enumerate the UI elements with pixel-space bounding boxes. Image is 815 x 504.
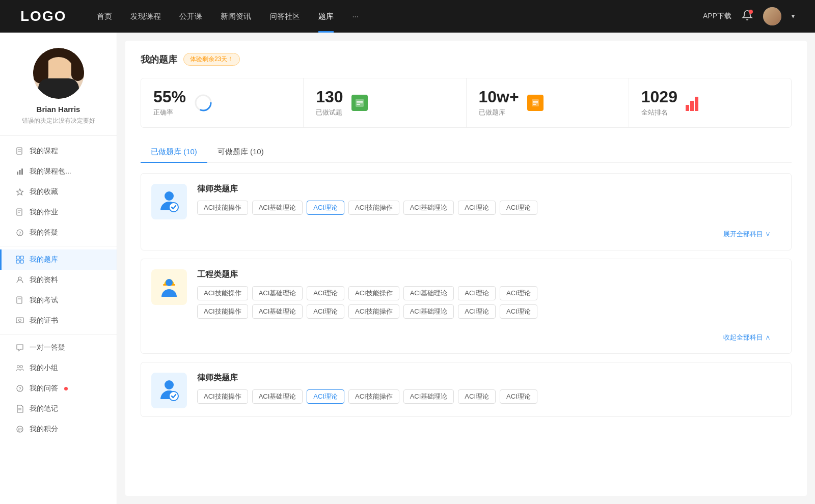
tab-available[interactable]: 可做题库 (10) (207, 142, 274, 163)
tag[interactable]: ACI理论 (500, 201, 537, 215)
done-banks-value: 10w+ (479, 89, 519, 105)
bell-button[interactable] (742, 10, 753, 23)
nav-home[interactable]: 首页 (97, 12, 112, 21)
tag[interactable]: ACI基础理论 (252, 286, 303, 300)
nav-qa[interactable]: 问答社区 (269, 12, 300, 21)
rank-chart-icon (686, 95, 702, 111)
answer-notification-dot (64, 387, 68, 390)
qbank-lawyer-1-tags: ACI技能操作 ACI基础理论 ACI理论 ACI技能操作 ACI基础理论 AC… (197, 201, 781, 215)
tag-selected[interactable]: ACI理论 (307, 201, 344, 215)
svg-rect-4 (19, 170, 21, 175)
svg-point-39 (165, 191, 174, 201)
qbank-lawyer-2: 律师类题库 ACI技能操作 ACI基础理论 ACI理论 ACI技能操作 ACI基… (141, 362, 792, 417)
navbar: LOGO 首页 发现课程 公开课 新闻资讯 问答社区 题库 ··· APP下载 … (0, 0, 815, 33)
user-avatar[interactable] (763, 7, 781, 25)
qbank-engineer-title: 工程类题库 (197, 269, 781, 280)
orange-book-icon (527, 95, 544, 111)
sidebar-item-my-collection[interactable]: 我的收藏 (0, 182, 117, 202)
done-banks-label: 已做题库 (479, 108, 519, 117)
svg-rect-14 (16, 260, 19, 263)
navbar-right: APP下载 ▾ (703, 7, 795, 25)
sidebar-item-my-exam[interactable]: 我的考试 (0, 290, 117, 311)
tag[interactable]: ACI基础理论 (252, 389, 303, 404)
tag[interactable]: ACI基础理论 (403, 389, 454, 404)
qbank-lawyer-1: 律师类题库 ACI技能操作 ACI基础理论 ACI理论 ACI技能操作 ACI基… (141, 173, 792, 250)
qbank-tabs: 已做题库 (10) 可做题库 (10) (141, 142, 792, 163)
sidebar-item-my-group[interactable]: 我的小组 (0, 358, 117, 378)
tag[interactable]: ACI理论 (500, 304, 537, 319)
page-title: 我的题库 (141, 53, 177, 66)
engineer-icon (156, 274, 182, 300)
tag[interactable]: ACI技能操作 (197, 389, 248, 404)
tag[interactable]: ACI理论 (307, 304, 344, 319)
tag[interactable]: ACI技能操作 (348, 286, 399, 300)
qbank-engineer-tags-row2: ACI技能操作 ACI基础理论 ACI理论 ACI技能操作 ACI基础理论 AC… (197, 304, 781, 319)
engineer-icon-wrap (151, 269, 187, 305)
tag[interactable]: ACI基础理论 (403, 286, 454, 300)
tag[interactable]: ACI技能操作 (348, 304, 399, 319)
bar-icon (15, 167, 24, 176)
tag[interactable]: ACI理论 (500, 389, 537, 404)
svg-point-20 (19, 319, 21, 322)
tag[interactable]: ACI理论 (307, 286, 344, 300)
qbank-engineer-tags-row1: ACI技能操作 ACI基础理论 ACI理论 ACI技能操作 ACI基础理论 AC… (197, 286, 781, 300)
page-layout: Brian Harris 错误的决定比没有决定要好 我的课程 我的课程包... (0, 33, 815, 504)
rank-label: 全站排名 (641, 108, 677, 117)
sidebar-item-my-points[interactable]: 积 我的积分 (0, 419, 117, 439)
divider-2 (0, 334, 117, 334)
svg-rect-17 (17, 297, 22, 303)
expand-link-lawyer-1[interactable]: 展开全部科目 ∨ (723, 228, 781, 245)
sidebar-profile: Brian Harris 错误的决定比没有决定要好 (0, 48, 117, 136)
sidebar-item-my-notes[interactable]: 我的笔记 (0, 399, 117, 419)
nav-open-course[interactable]: 公开课 (179, 12, 202, 21)
tag[interactable]: ACI技能操作 (197, 201, 248, 215)
file-icon (15, 147, 24, 156)
done-questions-label: 已做试题 (316, 108, 343, 117)
sidebar-item-my-data[interactable]: 我的资料 (0, 270, 117, 290)
tag[interactable]: ACI理论 (458, 304, 496, 319)
divider-1 (0, 246, 117, 246)
sidebar-item-my-cert[interactable]: 我的证书 (0, 311, 117, 331)
qbank-lawyer-2-title: 律师类题库 (197, 373, 781, 383)
sidebar-item-my-answer[interactable]: ? 我的问答 (0, 378, 117, 399)
tag[interactable]: ACI理论 (458, 201, 496, 215)
sidebar-item-my-course[interactable]: 我的课程 (0, 141, 117, 161)
tag[interactable]: ACI理论 (500, 286, 537, 300)
tag[interactable]: ACI基础理论 (252, 304, 303, 319)
nav-discover[interactable]: 发现课程 (130, 12, 161, 21)
tag[interactable]: ACI理论 (458, 286, 496, 300)
nav-more[interactable]: ··· (352, 12, 359, 21)
sidebar-item-my-package[interactable]: 我的课程包... (0, 161, 117, 182)
nav-question-bank[interactable]: 题库 (318, 12, 334, 21)
page-header: 我的题库 体验剩余23天！ (141, 53, 792, 66)
app-download-button[interactable]: APP下载 (703, 12, 731, 21)
user-menu-chevron[interactable]: ▾ (792, 13, 795, 20)
user-motto: 错误的决定比没有决定要好 (12, 117, 105, 125)
tag[interactable]: ACI技能操作 (348, 389, 399, 404)
stat-done-banks: 10w+ 已做题库 (467, 78, 629, 127)
stat-done-questions: 130 已做试题 (304, 78, 466, 127)
avatar (33, 48, 84, 99)
tag[interactable]: ACI技能操作 (197, 286, 248, 300)
tag[interactable]: ACI理论 (458, 389, 496, 404)
tag[interactable]: ACI技能操作 (348, 201, 399, 215)
tag[interactable]: ACI基础理论 (403, 304, 454, 319)
svg-rect-19 (16, 318, 23, 323)
tag[interactable]: ACI技能操作 (197, 304, 248, 319)
tag[interactable]: ACI基础理论 (403, 201, 454, 215)
stat-rank: 1029 全站排名 (629, 78, 791, 127)
svg-point-22 (20, 366, 23, 368)
tag-selected[interactable]: ACI理论 (307, 389, 344, 404)
sidebar-item-my-homework[interactable]: 我的作业 (0, 202, 117, 222)
sidebar-item-my-qbank[interactable]: 我的题库 (0, 249, 117, 270)
expand-link-engineer[interactable]: 收起全部科目 ∧ (723, 331, 781, 348)
group-icon (15, 363, 24, 373)
svg-point-43 (165, 380, 174, 389)
tab-done[interactable]: 已做题库 (10) (141, 142, 207, 163)
sidebar-item-one-one-qa[interactable]: 一对一答疑 (0, 338, 117, 358)
qbank-lawyer-1-title: 律师类题库 (197, 184, 781, 194)
nav-news[interactable]: 新闻资讯 (221, 12, 251, 21)
sidebar-item-my-question[interactable]: ? 我的答疑 (0, 222, 117, 243)
tag[interactable]: ACI基础理论 (252, 201, 303, 215)
stat-accuracy: 55% 正确率 (141, 78, 304, 127)
